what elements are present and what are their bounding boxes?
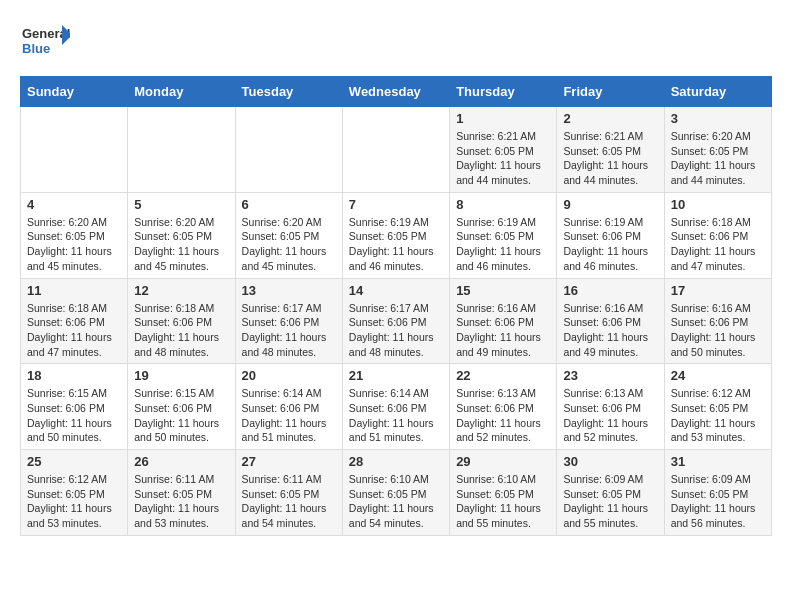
logo-svg: General Blue xyxy=(20,20,70,60)
cell-detail: Sunrise: 6:16 AM Sunset: 6:06 PM Dayligh… xyxy=(563,301,657,360)
week-row-4: 18Sunrise: 6:15 AM Sunset: 6:06 PM Dayli… xyxy=(21,364,772,450)
cell-detail: Sunrise: 6:10 AM Sunset: 6:05 PM Dayligh… xyxy=(456,472,550,531)
cell-detail: Sunrise: 6:18 AM Sunset: 6:06 PM Dayligh… xyxy=(134,301,228,360)
day-number: 25 xyxy=(27,454,121,469)
calendar-cell: 17Sunrise: 6:16 AM Sunset: 6:06 PM Dayli… xyxy=(664,278,771,364)
weekday-header-row: SundayMondayTuesdayWednesdayThursdayFrid… xyxy=(21,77,772,107)
calendar-cell: 21Sunrise: 6:14 AM Sunset: 6:06 PM Dayli… xyxy=(342,364,449,450)
day-number: 11 xyxy=(27,283,121,298)
day-number: 18 xyxy=(27,368,121,383)
day-number: 23 xyxy=(563,368,657,383)
calendar-cell: 25Sunrise: 6:12 AM Sunset: 6:05 PM Dayli… xyxy=(21,450,128,536)
cell-detail: Sunrise: 6:20 AM Sunset: 6:05 PM Dayligh… xyxy=(27,215,121,274)
cell-detail: Sunrise: 6:11 AM Sunset: 6:05 PM Dayligh… xyxy=(134,472,228,531)
calendar-cell: 22Sunrise: 6:13 AM Sunset: 6:06 PM Dayli… xyxy=(450,364,557,450)
cell-detail: Sunrise: 6:19 AM Sunset: 6:06 PM Dayligh… xyxy=(563,215,657,274)
calendar-cell: 23Sunrise: 6:13 AM Sunset: 6:06 PM Dayli… xyxy=(557,364,664,450)
weekday-header-thursday: Thursday xyxy=(450,77,557,107)
calendar-cell: 6Sunrise: 6:20 AM Sunset: 6:05 PM Daylig… xyxy=(235,192,342,278)
cell-detail: Sunrise: 6:20 AM Sunset: 6:05 PM Dayligh… xyxy=(671,129,765,188)
cell-detail: Sunrise: 6:13 AM Sunset: 6:06 PM Dayligh… xyxy=(563,386,657,445)
cell-detail: Sunrise: 6:19 AM Sunset: 6:05 PM Dayligh… xyxy=(349,215,443,274)
cell-detail: Sunrise: 6:10 AM Sunset: 6:05 PM Dayligh… xyxy=(349,472,443,531)
day-number: 21 xyxy=(349,368,443,383)
cell-detail: Sunrise: 6:18 AM Sunset: 6:06 PM Dayligh… xyxy=(27,301,121,360)
svg-text:Blue: Blue xyxy=(22,41,50,56)
cell-detail: Sunrise: 6:12 AM Sunset: 6:05 PM Dayligh… xyxy=(27,472,121,531)
calendar-table: SundayMondayTuesdayWednesdayThursdayFrid… xyxy=(20,76,772,536)
cell-detail: Sunrise: 6:09 AM Sunset: 6:05 PM Dayligh… xyxy=(563,472,657,531)
calendar-cell: 8Sunrise: 6:19 AM Sunset: 6:05 PM Daylig… xyxy=(450,192,557,278)
cell-detail: Sunrise: 6:09 AM Sunset: 6:05 PM Dayligh… xyxy=(671,472,765,531)
day-number: 4 xyxy=(27,197,121,212)
calendar-cell: 19Sunrise: 6:15 AM Sunset: 6:06 PM Dayli… xyxy=(128,364,235,450)
cell-detail: Sunrise: 6:19 AM Sunset: 6:05 PM Dayligh… xyxy=(456,215,550,274)
day-number: 6 xyxy=(242,197,336,212)
calendar-cell: 11Sunrise: 6:18 AM Sunset: 6:06 PM Dayli… xyxy=(21,278,128,364)
day-number: 9 xyxy=(563,197,657,212)
cell-detail: Sunrise: 6:11 AM Sunset: 6:05 PM Dayligh… xyxy=(242,472,336,531)
day-number: 22 xyxy=(456,368,550,383)
cell-detail: Sunrise: 6:15 AM Sunset: 6:06 PM Dayligh… xyxy=(134,386,228,445)
calendar-cell: 5Sunrise: 6:20 AM Sunset: 6:05 PM Daylig… xyxy=(128,192,235,278)
cell-detail: Sunrise: 6:15 AM Sunset: 6:06 PM Dayligh… xyxy=(27,386,121,445)
calendar-cell: 24Sunrise: 6:12 AM Sunset: 6:05 PM Dayli… xyxy=(664,364,771,450)
day-number: 26 xyxy=(134,454,228,469)
cell-detail: Sunrise: 6:18 AM Sunset: 6:06 PM Dayligh… xyxy=(671,215,765,274)
calendar-cell: 12Sunrise: 6:18 AM Sunset: 6:06 PM Dayli… xyxy=(128,278,235,364)
day-number: 7 xyxy=(349,197,443,212)
week-row-2: 4Sunrise: 6:20 AM Sunset: 6:05 PM Daylig… xyxy=(21,192,772,278)
cell-detail: Sunrise: 6:14 AM Sunset: 6:06 PM Dayligh… xyxy=(242,386,336,445)
cell-detail: Sunrise: 6:21 AM Sunset: 6:05 PM Dayligh… xyxy=(563,129,657,188)
calendar-cell: 29Sunrise: 6:10 AM Sunset: 6:05 PM Dayli… xyxy=(450,450,557,536)
cell-detail: Sunrise: 6:12 AM Sunset: 6:05 PM Dayligh… xyxy=(671,386,765,445)
calendar-cell xyxy=(342,107,449,193)
cell-detail: Sunrise: 6:20 AM Sunset: 6:05 PM Dayligh… xyxy=(242,215,336,274)
cell-detail: Sunrise: 6:17 AM Sunset: 6:06 PM Dayligh… xyxy=(349,301,443,360)
calendar-cell: 1Sunrise: 6:21 AM Sunset: 6:05 PM Daylig… xyxy=(450,107,557,193)
week-row-3: 11Sunrise: 6:18 AM Sunset: 6:06 PM Dayli… xyxy=(21,278,772,364)
cell-detail: Sunrise: 6:17 AM Sunset: 6:06 PM Dayligh… xyxy=(242,301,336,360)
logo: General Blue xyxy=(20,20,70,60)
day-number: 17 xyxy=(671,283,765,298)
day-number: 2 xyxy=(563,111,657,126)
calendar-cell: 2Sunrise: 6:21 AM Sunset: 6:05 PM Daylig… xyxy=(557,107,664,193)
day-number: 24 xyxy=(671,368,765,383)
day-number: 1 xyxy=(456,111,550,126)
calendar-cell: 18Sunrise: 6:15 AM Sunset: 6:06 PM Dayli… xyxy=(21,364,128,450)
calendar-cell: 9Sunrise: 6:19 AM Sunset: 6:06 PM Daylig… xyxy=(557,192,664,278)
calendar-cell: 14Sunrise: 6:17 AM Sunset: 6:06 PM Dayli… xyxy=(342,278,449,364)
cell-detail: Sunrise: 6:16 AM Sunset: 6:06 PM Dayligh… xyxy=(456,301,550,360)
page-header: General Blue xyxy=(20,20,772,60)
cell-detail: Sunrise: 6:20 AM Sunset: 6:05 PM Dayligh… xyxy=(134,215,228,274)
day-number: 14 xyxy=(349,283,443,298)
calendar-cell: 28Sunrise: 6:10 AM Sunset: 6:05 PM Dayli… xyxy=(342,450,449,536)
calendar-cell: 10Sunrise: 6:18 AM Sunset: 6:06 PM Dayli… xyxy=(664,192,771,278)
cell-detail: Sunrise: 6:14 AM Sunset: 6:06 PM Dayligh… xyxy=(349,386,443,445)
day-number: 12 xyxy=(134,283,228,298)
calendar-cell: 7Sunrise: 6:19 AM Sunset: 6:05 PM Daylig… xyxy=(342,192,449,278)
day-number: 28 xyxy=(349,454,443,469)
day-number: 16 xyxy=(563,283,657,298)
calendar-cell xyxy=(235,107,342,193)
day-number: 3 xyxy=(671,111,765,126)
calendar-cell: 16Sunrise: 6:16 AM Sunset: 6:06 PM Dayli… xyxy=(557,278,664,364)
calendar-cell: 30Sunrise: 6:09 AM Sunset: 6:05 PM Dayli… xyxy=(557,450,664,536)
day-number: 13 xyxy=(242,283,336,298)
calendar-cell: 3Sunrise: 6:20 AM Sunset: 6:05 PM Daylig… xyxy=(664,107,771,193)
cell-detail: Sunrise: 6:21 AM Sunset: 6:05 PM Dayligh… xyxy=(456,129,550,188)
weekday-header-wednesday: Wednesday xyxy=(342,77,449,107)
day-number: 27 xyxy=(242,454,336,469)
weekday-header-tuesday: Tuesday xyxy=(235,77,342,107)
day-number: 8 xyxy=(456,197,550,212)
day-number: 19 xyxy=(134,368,228,383)
calendar-cell: 4Sunrise: 6:20 AM Sunset: 6:05 PM Daylig… xyxy=(21,192,128,278)
calendar-cell: 31Sunrise: 6:09 AM Sunset: 6:05 PM Dayli… xyxy=(664,450,771,536)
week-row-1: 1Sunrise: 6:21 AM Sunset: 6:05 PM Daylig… xyxy=(21,107,772,193)
day-number: 10 xyxy=(671,197,765,212)
day-number: 30 xyxy=(563,454,657,469)
day-number: 15 xyxy=(456,283,550,298)
weekday-header-saturday: Saturday xyxy=(664,77,771,107)
calendar-cell: 13Sunrise: 6:17 AM Sunset: 6:06 PM Dayli… xyxy=(235,278,342,364)
calendar-cell: 15Sunrise: 6:16 AM Sunset: 6:06 PM Dayli… xyxy=(450,278,557,364)
